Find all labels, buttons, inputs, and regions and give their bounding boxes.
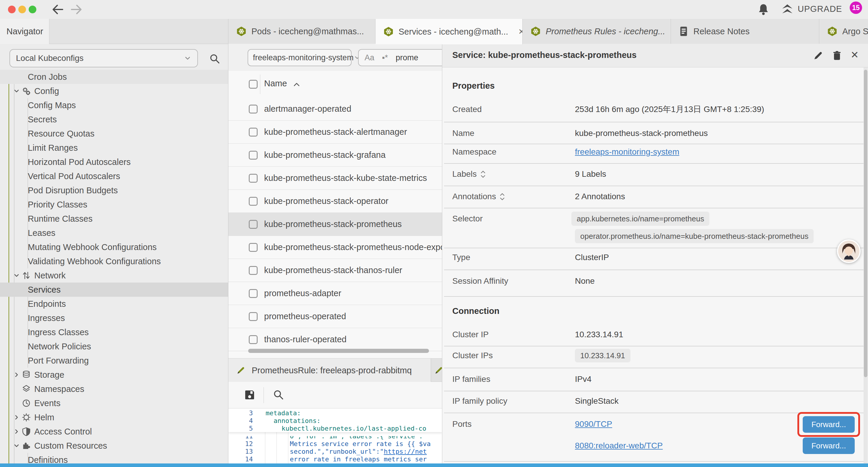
- chevron-down-icon[interactable]: [13, 442, 20, 449]
- upgrade-label[interactable]: UPGRADE: [798, 4, 842, 14]
- sidebar-item-ingress-classes[interactable]: Ingress Classes: [0, 325, 228, 339]
- sidebar-item-horizontal-pod-autoscalers[interactable]: Horizontal Pod Autoscalers: [0, 155, 228, 169]
- sidebar-item-runtime-classes[interactable]: Runtime Classes: [0, 212, 228, 226]
- sidebar-item-secrets[interactable]: Secrets: [0, 112, 228, 126]
- port-link[interactable]: 8080:reloader-web/TCP: [575, 440, 663, 451]
- search-icon[interactable]: [273, 389, 284, 401]
- sidebar-item-network-policies[interactable]: Network Policies: [0, 339, 228, 353]
- sidebar-item-endpoints[interactable]: Endpoints: [0, 297, 228, 311]
- table-row[interactable]: kube-prometheus-stack-alertmanager: [228, 121, 442, 144]
- row-checkbox[interactable]: [249, 335, 258, 344]
- chevron-right-icon[interactable]: [13, 428, 20, 435]
- sidebar-item-events[interactable]: Events: [0, 396, 228, 410]
- match-case-toggle[interactable]: Aa: [365, 53, 374, 62]
- port-link[interactable]: 9090/TCP: [575, 418, 612, 430]
- row-checkbox[interactable]: [249, 312, 258, 321]
- table-row[interactable]: thanos-ruler-operated: [228, 328, 442, 351]
- cluster-ip-chip[interactable]: 10.233.14.91: [575, 349, 630, 362]
- forward-arrow-icon[interactable]: [70, 4, 83, 16]
- table-row-selected[interactable]: kube-prometheus-stack-prometheus: [228, 213, 442, 236]
- sidebar-item-limit-ranges[interactable]: Limit Ranges: [0, 141, 228, 155]
- sort-ascending-icon[interactable]: [293, 82, 301, 87]
- table-row[interactable]: kube-prometheus-stack-operator: [228, 190, 442, 213]
- sidebar-item-ingresses[interactable]: Ingresses: [0, 311, 228, 325]
- selector-chip[interactable]: app.kubernetes.io/name=prometheus: [571, 212, 709, 226]
- namespace-filter-dropdown[interactable]: freeleaps-monitoring-system: [248, 49, 351, 66]
- row-checkbox[interactable]: [249, 243, 258, 252]
- expand-collapse-icon[interactable]: [500, 193, 505, 200]
- chevron-right-icon[interactable]: [13, 371, 20, 378]
- table-row[interactable]: kube-prometheus-stack-grafana: [228, 144, 442, 167]
- sidebar-group-storage[interactable]: Storage: [0, 368, 228, 382]
- search-input[interactable]: Aa ▪* prome: [358, 49, 442, 66]
- code-link[interactable]: https://net: [384, 448, 427, 455]
- namespace-link[interactable]: freeleaps-monitoring-system: [575, 146, 679, 158]
- row-checkbox[interactable]: [249, 128, 258, 137]
- edit-pencil-icon[interactable]: [813, 50, 824, 61]
- sidebar-group-helm[interactable]: Helm: [0, 410, 228, 425]
- bell-icon[interactable]: [757, 3, 770, 16]
- row-checkbox[interactable]: [249, 266, 258, 275]
- chevron-right-icon[interactable]: [13, 414, 20, 421]
- sidebar-item-vertical-pod-autoscalers[interactable]: Vertical Pod Autoscalers: [0, 169, 228, 183]
- table-row[interactable]: prometheus-adapter: [228, 282, 442, 305]
- select-all-checkbox[interactable]: [249, 80, 258, 89]
- sidebar-item-validating-webhook-configurations[interactable]: Validating Webhook Configurations: [0, 254, 228, 268]
- close-panel-icon[interactable]: ✕: [850, 49, 859, 61]
- table-row[interactable]: kube-prometheus-stack-thanos-ruler: [228, 259, 442, 282]
- sidebar-group-access-control[interactable]: Access Control: [0, 425, 228, 439]
- sidebar-item-pod-disruption-budgets[interactable]: Pod Disruption Budgets: [0, 183, 228, 198]
- kubeconfig-selector[interactable]: Local Kubeconfigs: [9, 49, 198, 67]
- sidebar-item-definitions[interactable]: Definitions: [0, 453, 228, 463]
- sidebar-group-config[interactable]: Config: [0, 84, 228, 98]
- avatar[interactable]: [837, 239, 861, 263]
- row-checkbox[interactable]: [249, 174, 258, 183]
- row-checkbox[interactable]: [249, 289, 258, 298]
- minimize-window-button[interactable]: [18, 6, 26, 13]
- trash-icon[interactable]: [832, 50, 842, 61]
- save-icon[interactable]: [244, 389, 255, 401]
- tab-argo[interactable]: Argo Se: [819, 19, 868, 44]
- tab-release-notes[interactable]: Release Notes: [671, 19, 819, 44]
- chevron-down-icon[interactable]: [13, 87, 20, 95]
- sidebar-item-mutating-webhook-configurations[interactable]: Mutating Webhook Configurations: [0, 240, 228, 254]
- tab-navigator[interactable]: Navigator: [0, 19, 49, 44]
- close-tab-icon[interactable]: ✕: [518, 27, 523, 36]
- close-window-button[interactable]: [8, 6, 16, 13]
- sidebar-group-network[interactable]: Network: [0, 268, 228, 283]
- editor-tab-partial[interactable]: [431, 358, 442, 382]
- maximize-window-button[interactable]: [29, 6, 36, 13]
- sidebar-item-resource-quotas[interactable]: Resource Quotas: [0, 126, 228, 141]
- table-row[interactable]: prometheus-operated: [228, 305, 442, 328]
- tab-pods[interactable]: Pods - icecheng@mathmas...: [228, 19, 375, 44]
- sidebar-item-services[interactable]: Services: [0, 283, 228, 297]
- tab-prometheus-rules[interactable]: Prometheus Rules - icecheng...: [523, 19, 671, 44]
- regex-toggle[interactable]: ▪*: [382, 53, 388, 62]
- table-row[interactable]: kube-prometheus-stack-kube-state-metrics: [228, 167, 442, 190]
- table-row[interactable]: kube-prometheus-stack-prometheus-node-ex…: [228, 236, 442, 259]
- sidebar-item-cron-jobs[interactable]: Cron Jobs: [0, 70, 228, 84]
- sidebar-item-namespaces[interactable]: Namespaces: [0, 382, 228, 396]
- chevron-down-icon[interactable]: [13, 272, 20, 279]
- yaml-editor[interactable]: 11 0","for":"1m","labels":{"service": 12…: [228, 408, 442, 463]
- column-header-name[interactable]: Name: [264, 79, 287, 88]
- sidebar-item-leases[interactable]: Leases: [0, 226, 228, 240]
- notification-badge[interactable]: 15: [850, 1, 862, 14]
- sidebar-item-port-forwarding[interactable]: Port Forwarding: [0, 353, 228, 368]
- selector-chip[interactable]: operator.prometheus.io/name=kube-prometh…: [575, 229, 814, 243]
- search-icon[interactable]: [209, 53, 220, 64]
- forward-port-button[interactable]: Forward...: [803, 437, 855, 454]
- detail-scrollbar-thumb[interactable]: [864, 70, 867, 377]
- sidebar-group-custom-resources[interactable]: Custom Resources: [0, 439, 228, 453]
- table-row[interactable]: alertmanager-operated: [228, 97, 442, 121]
- upgrade-icon[interactable]: [780, 3, 794, 16]
- row-checkbox[interactable]: [249, 220, 258, 229]
- tab-services[interactable]: Services - icecheng@math... ✕: [375, 19, 523, 44]
- back-arrow-icon[interactable]: [51, 4, 64, 16]
- expand-collapse-icon[interactable]: [480, 171, 486, 178]
- row-checkbox[interactable]: [249, 197, 258, 206]
- row-checkbox[interactable]: [249, 105, 258, 114]
- row-checkbox[interactable]: [249, 151, 258, 159]
- sidebar-item-config-maps[interactable]: Config Maps: [0, 98, 228, 112]
- sidebar-item-priority-classes[interactable]: Priority Classes: [0, 198, 228, 212]
